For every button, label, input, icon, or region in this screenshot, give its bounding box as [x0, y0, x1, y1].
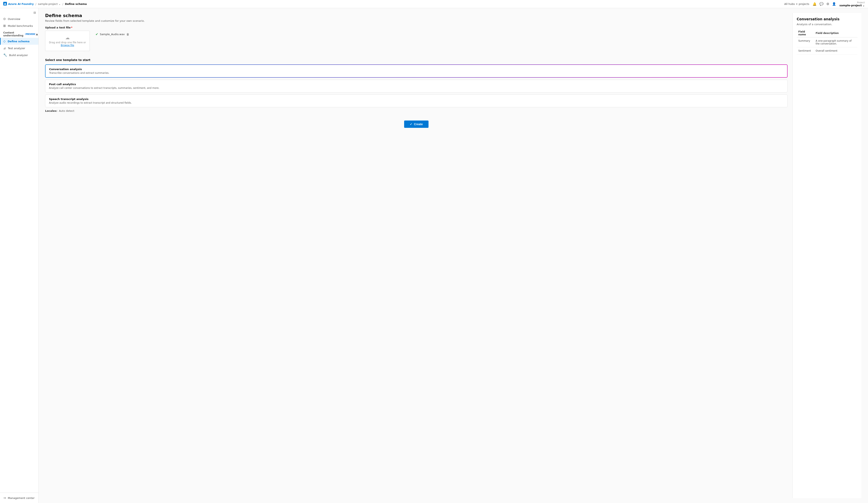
locales-label: Locales: — [45, 109, 57, 112]
template-card-name-1: Post call analytics — [49, 83, 784, 86]
page-subtitle: Review fields from selected template and… — [45, 19, 787, 22]
sidebar-item-overview[interactable]: ⊙ Overview — [0, 16, 38, 22]
sidebar-item-management-center[interactable]: → Management center — [0, 494, 38, 501]
file-dropzone[interactable]: ☁ Drag and drop one file here or Browse … — [45, 31, 90, 51]
upload-cloud-icon: ☁ — [65, 35, 70, 40]
project-label: Project — [857, 1, 865, 4]
management-center-icon: → — [3, 496, 6, 500]
file-delete-button[interactable]: 🗑 — [126, 33, 129, 36]
brand[interactable]: Azure AI Foundry — [3, 2, 34, 6]
right-panel-subtitle: Analysis of a conversation. — [797, 23, 857, 26]
sidebar-item-test-analyzer[interactable]: ⊿ Test analyzer — [0, 45, 38, 52]
nav-icons: 🔔 💬 ⚙ 👤 — [813, 2, 836, 6]
upload-row: ☁ Drag and drop one file here or Browse … — [45, 31, 787, 55]
settings-icon[interactable]: ⚙ — [826, 2, 829, 6]
project-name-text: sample-project — [839, 4, 862, 7]
template-card-desc-2: Analyze audio recordings to extract tran… — [49, 101, 784, 104]
sidebar-section-label: Content understanding — [3, 31, 23, 37]
template-card-name-2: Speech transcript analysis — [49, 97, 784, 101]
right-panel-title: Conversation analysis — [797, 17, 857, 21]
sidebar-management-center-label: Management center — [8, 496, 35, 500]
project-dropdown-icon: ⌄ — [862, 4, 865, 7]
overview-icon: ⊙ — [3, 17, 6, 21]
sidebar-toggle-button[interactable]: ⊟ — [33, 11, 36, 14]
field-name-cell: Sentiment — [797, 47, 814, 54]
top-nav: Azure AI Foundry / sample-project ⌄ / De… — [0, 0, 868, 8]
template-card-speech-transcript[interactable]: Speech transcript analysis Analyze audio… — [45, 94, 787, 107]
breadcrumb-sep-1: / — [35, 2, 37, 6]
create-button-wrap: ✓ Create — [45, 121, 787, 128]
sidebar-item-model-benchmarks[interactable]: ⊞ Model benchmarks — [0, 22, 38, 29]
template-section-title: Select one template to start — [45, 58, 787, 62]
breadcrumb-sep-2: / — [62, 2, 63, 6]
page-title: Define schema — [45, 13, 787, 18]
field-desc-col-header: Field description — [814, 29, 857, 38]
define-schema-icon: ◇ — [3, 39, 6, 43]
template-card-conversation-analysis[interactable]: Conversation analysis Transcribe convers… — [45, 64, 787, 78]
breadcrumb-project-label: sample-project — [38, 2, 58, 6]
right-panel: Conversation analysis Analysis of a conv… — [793, 13, 861, 498]
sidebar-section-collapse-icon: ▲ — [36, 33, 38, 35]
sidebar-section-badge: PREVIEW — [24, 33, 36, 35]
bell-icon[interactable]: 🔔 — [813, 2, 817, 6]
field-name-cell: Summary — [797, 38, 814, 47]
file-check-icon: ✔ — [95, 32, 98, 36]
sidebar: ⊟ ⊙ Overview ⊞ Model benchmarks Content … — [0, 8, 39, 503]
sidebar-toggle-area: ⊟ — [0, 10, 38, 16]
top-nav-left: Azure AI Foundry / sample-project ⌄ / De… — [3, 2, 87, 6]
template-card-desc-0: Transcribe conversations and extract sum… — [49, 72, 784, 74]
sidebar-overview-label: Overview — [8, 18, 20, 21]
project-info: Project sample-project ⌄ — [839, 1, 865, 7]
browse-file-link[interactable]: Browse file — [61, 44, 74, 47]
main-panel: Define schema Review fields from selecte… — [45, 13, 787, 498]
dropzone-text: Drag and drop one file here or — [49, 41, 86, 44]
uploaded-file-item: ✔ Sample_Audio.wav 🗑 — [93, 31, 132, 38]
breadcrumb-dropdown-icon: ⌄ — [59, 2, 61, 6]
main-content: Define schema Review fields from selecte… — [39, 8, 868, 503]
all-hubs-link[interactable]: All hubs + projects — [784, 2, 809, 6]
template-card-post-call-analytics[interactable]: Post call analytics Analyze call center … — [45, 80, 787, 92]
chat-icon[interactable]: 💬 — [819, 2, 824, 6]
sidebar-section-content-understanding: Content understanding PREVIEW ▲ — [0, 29, 38, 38]
field-desc-cell: A one-paragraph summary of the conversat… — [814, 38, 857, 47]
breadcrumb-current: Define schema — [65, 2, 87, 6]
upload-section-label: Upload a test file* — [45, 26, 787, 29]
uploaded-file-name: Sample_Audio.wav — [100, 33, 125, 36]
create-btn-label: Create — [414, 123, 423, 126]
test-analyzer-icon: ⊿ — [3, 46, 6, 50]
build-analyzer-icon: 🔧 — [3, 53, 7, 57]
sidebar-bottom: → Management center — [0, 493, 38, 503]
sidebar-build-analyzer-label: Build analyzer — [9, 54, 28, 57]
create-button[interactable]: ✓ Create — [404, 121, 428, 128]
app-body: ⊟ ⊙ Overview ⊞ Model benchmarks Content … — [0, 8, 868, 503]
table-row: SummaryA one-paragraph summary of the co… — [797, 38, 857, 47]
brand-icon — [3, 2, 7, 6]
field-desc-cell: Overall sentiment — [814, 47, 857, 54]
breadcrumb-project[interactable]: sample-project ⌄ — [38, 2, 61, 6]
sidebar-benchmarks-label: Model benchmarks — [8, 24, 33, 28]
field-name-col-header: Field name — [797, 29, 814, 38]
benchmarks-icon: ⊞ — [3, 24, 6, 28]
sidebar-define-schema-label: Define schema — [8, 40, 30, 43]
fields-table: Field name Field description SummaryA on… — [797, 29, 857, 54]
sidebar-item-build-analyzer[interactable]: 🔧 Build analyzer — [0, 52, 38, 59]
user-icon[interactable]: 👤 — [832, 2, 836, 6]
brand-name: Azure AI Foundry — [8, 2, 34, 6]
top-nav-right: All hubs + projects 🔔 💬 ⚙ 👤 Project samp… — [784, 1, 865, 7]
upload-required: * — [71, 26, 73, 29]
sidebar-section-header[interactable]: Content understanding PREVIEW ▲ — [3, 31, 35, 37]
template-card-desc-1: Analyze call center conversations to ext… — [49, 86, 784, 90]
table-row: SentimentOverall sentiment — [797, 47, 857, 54]
project-name[interactable]: sample-project ⌄ — [839, 4, 865, 7]
locales-value: Auto detect — [59, 109, 74, 112]
sidebar-test-analyzer-label: Test analyzer — [8, 47, 25, 50]
sidebar-item-define-schema[interactable]: ◇ Define schema — [0, 38, 38, 45]
locales-row: Locales: Auto detect — [45, 109, 787, 112]
create-btn-icon: ✓ — [410, 123, 412, 126]
upload-label-text: Upload a test file — [45, 26, 71, 29]
template-card-name-0: Conversation analysis — [49, 68, 784, 71]
